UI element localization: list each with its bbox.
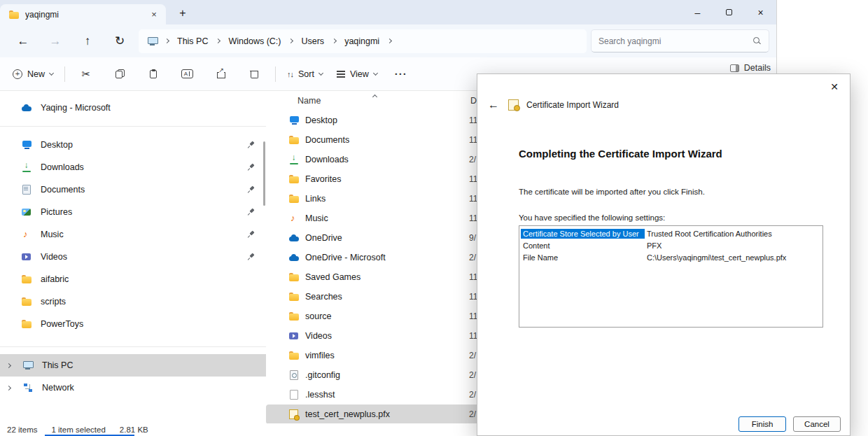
back-button[interactable]: ← bbox=[7, 29, 39, 53]
cut-button[interactable]: ✂ bbox=[69, 62, 103, 86]
sidebar-scrollbar[interactable] bbox=[263, 141, 265, 206]
forward-button[interactable]: → bbox=[39, 29, 71, 53]
column-header-name[interactable]: Name bbox=[266, 96, 321, 106]
sidebar-item[interactable]: aifabric bbox=[0, 268, 266, 290]
settings-row[interactable]: File Name C:\Users\yaqingmi\test_cert_ne… bbox=[521, 251, 821, 263]
pin-icon bbox=[248, 253, 255, 260]
folder-icon bbox=[21, 296, 32, 307]
finish-button[interactable]: Finish bbox=[738, 416, 786, 432]
folder-icon bbox=[21, 318, 32, 330]
download-icon bbox=[21, 162, 32, 173]
folder-icon bbox=[288, 134, 300, 146]
chevron-right-icon bbox=[164, 38, 169, 43]
dialog-title: Certificate Import Wizard bbox=[526, 100, 619, 110]
sidebar-item[interactable]: Downloads bbox=[0, 156, 266, 178]
folder-icon bbox=[8, 9, 20, 20]
up-button[interactable]: ↑ bbox=[71, 29, 104, 53]
folder-icon bbox=[288, 350, 300, 361]
folder-icon bbox=[288, 311, 300, 322]
window-controls: – × bbox=[682, 0, 776, 24]
dialog-back-button[interactable]: ← bbox=[486, 97, 501, 113]
music-icon bbox=[21, 229, 32, 240]
view-button[interactable]: View bbox=[330, 62, 384, 86]
search-input[interactable] bbox=[598, 36, 748, 46]
folder-icon bbox=[21, 274, 32, 285]
breadcrumb-segment[interactable]: This PC bbox=[177, 36, 220, 46]
settings-label: You have specified the following setting… bbox=[519, 213, 665, 222]
maximize-icon bbox=[726, 9, 732, 15]
download-icon bbox=[288, 154, 300, 165]
pin-icon bbox=[248, 231, 255, 238]
setting-value: C:\Users\yaqingmi\test_cert_newplus.pfx bbox=[645, 253, 788, 262]
cloud-icon bbox=[21, 102, 32, 113]
chevron-down-icon bbox=[318, 70, 323, 75]
breadcrumb-segment[interactable]: Users bbox=[301, 36, 336, 46]
sidebar-item[interactable]: Videos bbox=[0, 246, 266, 268]
navigation-sidebar: Yaqing - Microsoft Desktop Downloads Doc… bbox=[0, 91, 266, 423]
rename-button[interactable] bbox=[170, 62, 204, 86]
sidebar-item[interactable]: scripts bbox=[0, 290, 266, 313]
explorer-tab[interactable]: yaqingmi × bbox=[0, 4, 166, 24]
sidebar-item[interactable]: Network bbox=[0, 377, 266, 399]
copy-button[interactable] bbox=[103, 62, 136, 86]
delete-button[interactable] bbox=[237, 62, 271, 86]
desktop-icon bbox=[288, 115, 300, 126]
folder-icon bbox=[288, 272, 300, 283]
tab-close-button[interactable]: × bbox=[148, 8, 160, 21]
chevron-right-icon bbox=[288, 38, 293, 43]
setting-key: File Name bbox=[521, 253, 645, 262]
settings-row[interactable]: Content PFX bbox=[521, 239, 821, 251]
sidebar-item[interactable]: PowerToys bbox=[0, 313, 266, 335]
expand-chevron-icon[interactable] bbox=[6, 363, 11, 367]
cut-icon: ✂ bbox=[82, 68, 91, 80]
sort-button[interactable]: ↑↓ Sort bbox=[280, 62, 330, 86]
more-options-button[interactable]: ··· bbox=[384, 62, 418, 86]
paste-icon bbox=[149, 69, 158, 78]
expand-chevron-icon[interactable] bbox=[6, 385, 11, 390]
ellipsis-icon: ··· bbox=[395, 68, 407, 80]
refresh-button[interactable]: ↻ bbox=[104, 29, 136, 53]
settings-row[interactable]: Certificate Store Selected by User Trust… bbox=[521, 227, 821, 239]
new-button[interactable]: New bbox=[6, 62, 60, 86]
wizard-body-text: The certificate will be imported after y… bbox=[519, 188, 705, 196]
paste-button[interactable] bbox=[136, 62, 170, 86]
close-button[interactable]: × bbox=[745, 0, 776, 24]
selection-size: 2.81 KB bbox=[120, 426, 148, 434]
this-pc-icon[interactable] bbox=[147, 36, 158, 47]
chevron-right-icon bbox=[332, 38, 337, 43]
plus-icon bbox=[13, 69, 22, 79]
dialog-buttons: Finish Cancel bbox=[738, 416, 841, 432]
minimize-button[interactable]: – bbox=[682, 0, 713, 24]
navigation-bar: ← → ↑ ↻ This PC Windows (C:) Users yaqin… bbox=[0, 24, 776, 57]
pin-icon bbox=[248, 164, 255, 171]
sidebar-item[interactable]: Music bbox=[0, 223, 266, 246]
new-tab-button[interactable]: + bbox=[174, 5, 191, 22]
folder-icon bbox=[288, 174, 300, 185]
setting-value: PFX bbox=[645, 241, 664, 251]
cancel-button[interactable]: Cancel bbox=[793, 416, 841, 432]
cloud-icon bbox=[288, 252, 300, 263]
sidebar-item[interactable]: This PC bbox=[0, 354, 266, 377]
setting-key: Certificate Store Selected by User bbox=[521, 229, 645, 239]
folder-icon bbox=[288, 291, 300, 302]
videos-icon bbox=[21, 251, 32, 262]
settings-table: Certificate Store Selected by User Trust… bbox=[519, 225, 823, 328]
breadcrumb-segment[interactable]: Windows (C:) bbox=[228, 36, 293, 46]
pictures-icon bbox=[21, 206, 32, 218]
sidebar-item[interactable]: Documents bbox=[0, 178, 266, 201]
sidebar-item[interactable]: Desktop bbox=[0, 134, 266, 156]
sidebar-item-onedrive[interactable]: Yaqing - Microsoft bbox=[0, 97, 266, 119]
certificate-import-wizard-dialog: ✕ ← Certificate Import Wizard Completing… bbox=[477, 73, 850, 436]
certificate-icon bbox=[507, 99, 520, 111]
copy-icon bbox=[115, 69, 125, 78]
breadcrumb-segment[interactable]: yaqingmi bbox=[344, 36, 391, 46]
details-pane-button[interactable]: Details bbox=[730, 63, 771, 73]
maximize-button[interactable] bbox=[713, 0, 745, 24]
chevron-right-icon bbox=[216, 38, 220, 43]
search-icon bbox=[753, 37, 762, 45]
share-button[interactable] bbox=[204, 62, 237, 86]
network-icon bbox=[22, 382, 34, 393]
music-icon bbox=[288, 213, 300, 224]
dialog-close-button[interactable]: ✕ bbox=[825, 79, 844, 94]
sidebar-item[interactable]: Pictures bbox=[0, 201, 266, 223]
